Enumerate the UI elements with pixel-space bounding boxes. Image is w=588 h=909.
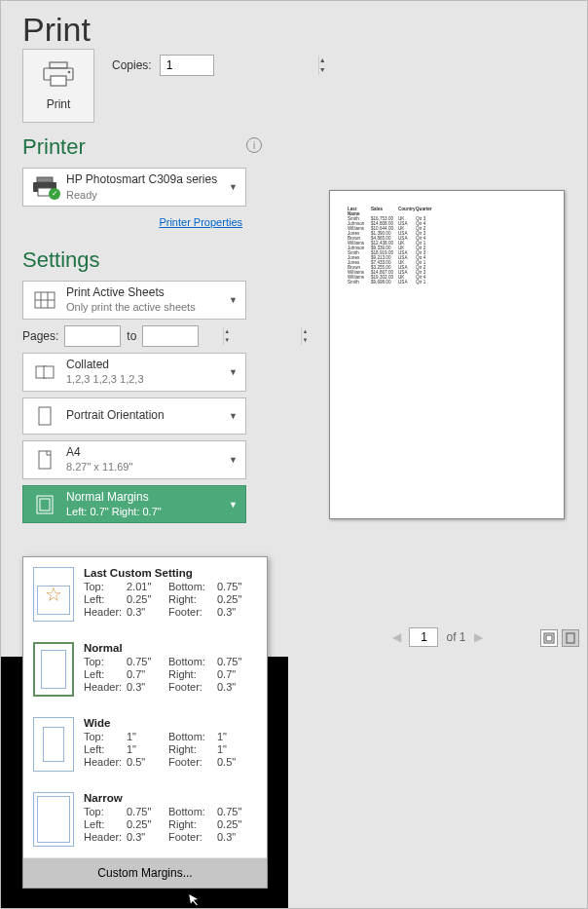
margin-option-last-custom[interactable]: ☆ Last Custom Setting Top:2.01" Bottom:0…: [23, 557, 267, 632]
printer-dropdown[interactable]: ✓ HP Photosmart C309a series Ready ▼: [22, 168, 246, 207]
margins-sub: Left: 0.7" Right: 0.7": [66, 505, 221, 518]
svg-rect-2: [51, 76, 66, 86]
margin-option-title: Normal: [84, 642, 123, 654]
margin-thumb-icon: [33, 792, 74, 847]
svg-rect-4: [37, 177, 53, 182]
paper-title: A4: [66, 445, 221, 461]
pages-label: Pages:: [22, 329, 58, 343]
collation-sub: 1,2,3 1,2,3 1,2,3: [66, 372, 221, 386]
svg-rect-19: [567, 633, 574, 643]
copies-input[interactable]: [161, 58, 318, 72]
svg-rect-14: [39, 451, 51, 469]
chevron-down-icon: ▼: [229, 500, 238, 510]
custom-margins-button[interactable]: Custom Margins...: [23, 857, 267, 888]
spinner-up-icon[interactable]: ▲: [319, 56, 326, 65]
page-total-label: of 1: [446, 630, 465, 644]
info-icon[interactable]: i: [246, 137, 262, 153]
svg-rect-16: [40, 499, 50, 511]
spinner-up-icon[interactable]: ▲: [302, 327, 308, 336]
margin-option-title: Last Custom Setting: [84, 567, 193, 579]
margin-option-title: Narrow: [84, 792, 123, 804]
printer-status: Ready: [66, 188, 221, 202]
margin-thumb-icon: [33, 717, 74, 772]
collated-icon: [31, 359, 58, 386]
collation-dropdown[interactable]: Collated 1,2,3 1,2,3 1,2,3 ▼: [22, 353, 246, 392]
svg-rect-12: [44, 366, 54, 378]
printer-ready-icon: ✓: [31, 176, 58, 198]
check-icon: ✓: [49, 188, 60, 200]
svg-rect-0: [50, 62, 67, 68]
svg-rect-13: [39, 407, 51, 425]
pages-from[interactable]: ▲▼: [64, 325, 121, 347]
pages-to[interactable]: ▲▼: [142, 325, 199, 347]
pages-to-input[interactable]: [143, 329, 301, 343]
print-preview: Last Name Sales Country Quarter Smith$16…: [329, 190, 565, 519]
page-icon: [31, 446, 58, 473]
printer-icon: [42, 61, 75, 92]
margin-option-normal[interactable]: Normal Top:0.75" Bottom:0.75" Left:0.7" …: [23, 632, 267, 707]
paper-sub: 8.27" x 11.69": [66, 460, 221, 473]
orientation-dropdown[interactable]: Portrait Orientation ▼: [22, 398, 246, 435]
portrait-icon: [31, 402, 58, 430]
pages-to-label: to: [127, 329, 136, 343]
star-icon: ☆: [34, 568, 73, 621]
spinner-down-icon[interactable]: ▼: [319, 65, 326, 75]
paper-size-dropdown[interactable]: A4 8.27" x 11.69" ▼: [22, 440, 246, 479]
show-margins-button[interactable]: [540, 629, 558, 647]
margin-option-title: Wide: [84, 717, 110, 729]
page-title: Print: [22, 11, 262, 49]
print-button[interactable]: Print: [22, 49, 94, 123]
chevron-down-icon: ▼: [229, 182, 238, 192]
margin-thumb-icon: [33, 642, 74, 697]
copies-spinner[interactable]: ▲▼: [160, 55, 214, 76]
collation-title: Collated: [66, 358, 221, 373]
print-button-label: Print: [47, 97, 71, 111]
print-scope-title: Print Active Sheets: [66, 285, 221, 301]
orientation-title: Portrait Orientation: [66, 408, 221, 424]
margin-option-narrow[interactable]: Narrow Top:0.75" Bottom:0.75" Left:0.25"…: [23, 782, 267, 857]
chevron-down-icon: ▼: [229, 455, 238, 465]
chevron-down-icon: ▼: [229, 367, 238, 377]
zoom-to-page-button[interactable]: [562, 629, 579, 647]
prev-page-button[interactable]: ◀: [392, 630, 401, 644]
print-scope-sub: Only print the active sheets: [66, 300, 221, 314]
next-page-button[interactable]: ▶: [474, 630, 483, 644]
svg-point-3: [68, 70, 71, 73]
copies-label: Copies:: [112, 58, 152, 72]
margins-dropdown[interactable]: Normal Margins Left: 0.7" Right: 0.7" ▼: [22, 485, 246, 524]
chevron-down-icon: ▼: [229, 295, 238, 305]
margin-thumb-icon: ☆: [33, 567, 74, 622]
sheets-icon: [31, 286, 58, 314]
margins-icon: [31, 491, 58, 518]
margins-title: Normal Margins: [66, 490, 221, 506]
margins-popup: ☆ Last Custom Setting Top:2.01" Bottom:0…: [22, 556, 268, 889]
chevron-down-icon: ▼: [229, 411, 238, 421]
printer-heading: Printer: [22, 134, 86, 160]
svg-rect-18: [546, 635, 552, 641]
printer-name: HP Photosmart C309a series: [66, 172, 221, 188]
printer-properties-link[interactable]: Printer Properties: [159, 216, 242, 228]
print-scope-dropdown[interactable]: Print Active Sheets Only print the activ…: [22, 281, 246, 320]
preview-table: Last Name Sales Country Quarter Smith$16…: [348, 207, 546, 284]
settings-heading: Settings: [22, 247, 262, 273]
margin-option-wide[interactable]: Wide Top:1" Bottom:1" Left:1" Right:1" H…: [23, 707, 267, 782]
page-number-input[interactable]: [409, 627, 438, 647]
spinner-down-icon[interactable]: ▼: [302, 336, 308, 345]
